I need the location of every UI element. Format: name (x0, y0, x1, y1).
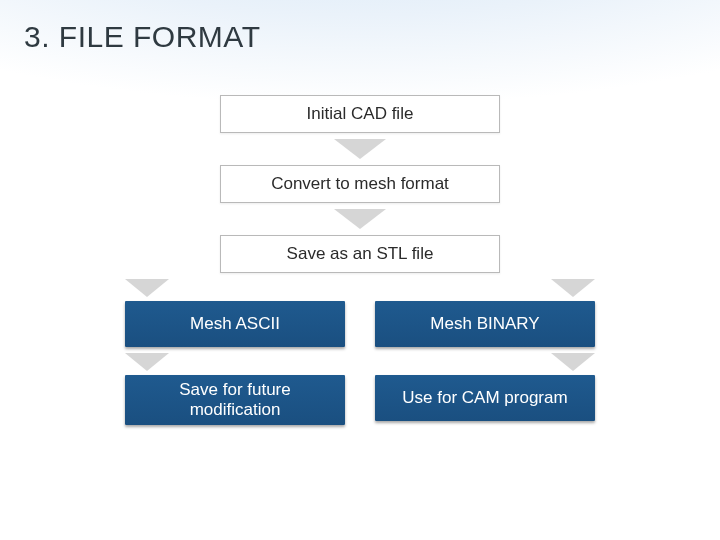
arrow-down-icon (334, 139, 386, 159)
branch-mesh-ascii: Mesh ASCII (125, 301, 345, 347)
step-convert-mesh: Convert to mesh format (220, 165, 500, 203)
arrow-down-icon (551, 353, 595, 371)
split-arrows-2 (125, 353, 595, 371)
arrow-down-icon (125, 353, 169, 371)
arrow-down-icon (551, 279, 595, 297)
branch-save-future-line2: modification (190, 400, 281, 419)
branch-mesh-binary: Mesh BINARY (375, 301, 595, 347)
branch-save-future: Save for future modification (125, 375, 345, 425)
split-arrows (125, 279, 595, 297)
arrow-down-icon (334, 209, 386, 229)
branch-save-future-line1: Save for future (179, 380, 291, 399)
arrow-down-icon (125, 279, 169, 297)
branch-use-cam: Use for CAM program (375, 375, 595, 421)
step-initial-cad: Initial CAD file (220, 95, 500, 133)
flowchart: Initial CAD file Convert to mesh format … (0, 95, 720, 425)
page-title: 3. FILE FORMAT (24, 20, 260, 54)
step-save-stl: Save as an STL file (220, 235, 500, 273)
branch-row-1: Mesh ASCII Mesh BINARY (125, 301, 595, 347)
branch-row-2: Save for future modification Use for CAM… (125, 375, 595, 425)
